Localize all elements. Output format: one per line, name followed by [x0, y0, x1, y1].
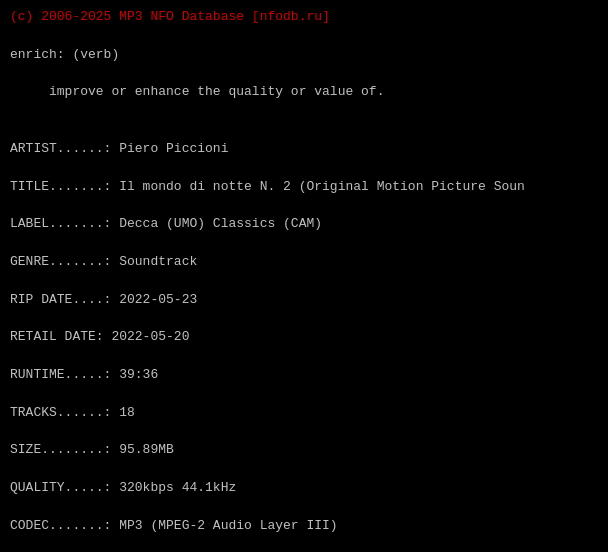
main-container: (c) 2006-2025 MP3 NFO Database [nfodb.ru… [10, 8, 598, 552]
runtime-line: RUNTIME.....: 39:36 [10, 367, 158, 382]
quality-line: QUALITY.....: 320kbps 44.1kHz [10, 480, 236, 495]
artist-line: ARTIST......: Piero Piccioni [10, 141, 228, 156]
codec-line: CODEC.......: MP3 (MPEG-2 Audio Layer II… [10, 518, 338, 533]
genre-line: GENRE.......: Soundtrack [10, 254, 197, 269]
title-line: TITLE.......: Il mondo di notte N. 2 (Or… [10, 179, 525, 194]
body-content: enrich: (verb) improve or enhance the qu… [10, 27, 598, 552]
rip-date-line: RIP DATE....: 2022-05-23 [10, 292, 197, 307]
tracks-line: TRACKS......: 18 [10, 405, 135, 420]
size-line: SIZE........: 95.89MB [10, 442, 174, 457]
enrich-line: enrich: (verb) [10, 47, 119, 62]
retail-date-line: RETAIL DATE: 2022-05-20 [10, 329, 189, 344]
copyright-line: (c) 2006-2025 MP3 NFO Database [nfodb.ru… [10, 8, 598, 27]
label-line: LABEL.......: Decca (UMO) Classics (CAM) [10, 216, 322, 231]
enrich-desc: improve or enhance the quality or value … [10, 84, 384, 99]
